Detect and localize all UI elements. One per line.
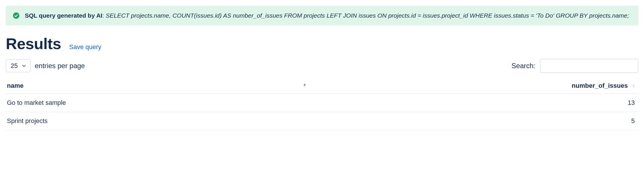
sort-icon	[632, 83, 635, 88]
table-row: Go to market sample 13	[6, 94, 638, 112]
results-header: Results Save query	[6, 35, 638, 53]
cell-issues: 13	[309, 94, 638, 112]
column-header-name[interactable]: name	[6, 78, 309, 94]
column-header-issues[interactable]: number_of_issues	[309, 78, 638, 94]
table-header-row: name number_of_issues	[6, 78, 638, 94]
search-controls: Search:	[511, 59, 638, 73]
cell-issues: 5	[309, 112, 638, 130]
entries-per-page-label: entries per page	[35, 62, 85, 70]
search-label: Search:	[511, 62, 535, 70]
svg-point-0	[13, 12, 19, 19]
results-table: name number_of_issues Go to market sampl…	[6, 78, 638, 130]
page-title: Results	[6, 35, 61, 53]
cell-name: Go to market sample	[6, 94, 309, 112]
search-input[interactable]	[540, 59, 638, 73]
table-controls: 25 entries per page Search:	[6, 59, 638, 73]
save-query-link[interactable]: Save query	[69, 43, 101, 51]
column-header-issues-label: number_of_issues	[572, 82, 628, 89]
sql-alert-query: SELECT projects.name, COUNT(issues.id) A…	[106, 12, 629, 19]
sql-alert-label: SQL query generated by AI	[25, 12, 102, 19]
cell-name: Sprint projects	[6, 112, 309, 130]
page-size-value: 25	[11, 62, 18, 70]
sql-alert-text: SQL query generated by AI: SELECT projec…	[25, 11, 629, 20]
chevron-down-icon	[22, 64, 26, 68]
column-header-name-label: name	[7, 82, 23, 89]
sql-alert: SQL query generated by AI: SELECT projec…	[6, 6, 638, 25]
success-check-icon	[13, 12, 20, 20]
sql-alert-separator: :	[102, 12, 106, 19]
sort-icon	[303, 83, 306, 88]
table-row: Sprint projects 5	[6, 112, 638, 130]
page-size-controls: 25 entries per page	[6, 59, 85, 72]
page-size-select[interactable]: 25	[6, 59, 31, 72]
